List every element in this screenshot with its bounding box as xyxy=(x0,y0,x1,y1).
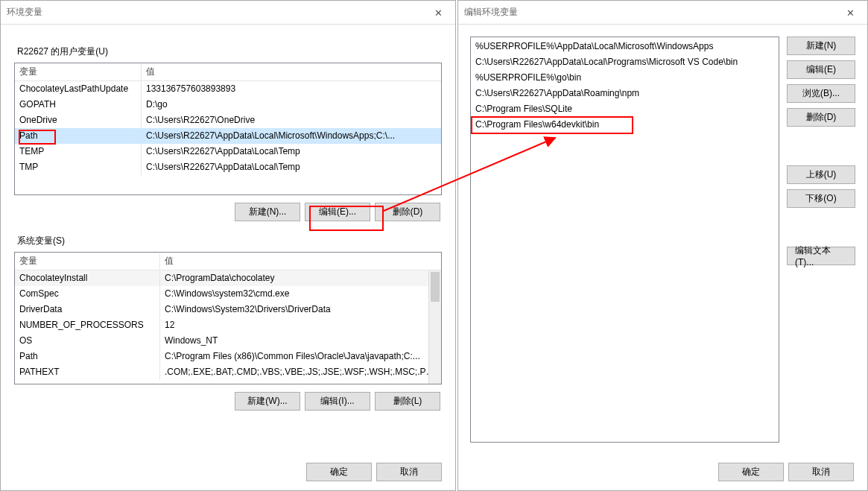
table-row[interactable]: DriverDataC:\Windows\System32\Drivers\Dr… xyxy=(15,302,441,317)
new-button[interactable]: 新建(N) xyxy=(787,37,855,55)
scrollbar[interactable] xyxy=(428,270,441,384)
col-header-value[interactable]: 值 xyxy=(160,253,441,269)
titlebar-right: 编辑环境变量 ✕ xyxy=(458,1,867,25)
cell-var: OneDrive xyxy=(15,113,142,128)
table-row[interactable]: OSWindows_NT xyxy=(15,333,441,349)
sys-edit-button[interactable]: 编辑(I)... xyxy=(305,392,370,411)
cell-val: C:\ProgramData\chocolatey xyxy=(160,270,441,286)
cell-var: Path xyxy=(15,128,142,144)
col-header-value[interactable]: 值 xyxy=(142,64,441,80)
sys-vars-label: 系统变量(S) xyxy=(17,235,442,247)
ok-button[interactable]: 确定 xyxy=(718,463,784,481)
cell-val: C:\Users\R22627\AppData\Local\Temp xyxy=(142,159,441,175)
cell-var: TEMP xyxy=(15,144,142,159)
col-header-variable[interactable]: 变量 xyxy=(15,253,160,269)
list-item[interactable]: C:\Users\R22627\AppData\Roaming\npm xyxy=(471,84,779,100)
table-row[interactable]: PathC:\Users\R22627\AppData\Local\Micros… xyxy=(15,128,441,144)
cell-var: GOPATH xyxy=(15,97,142,113)
list-item[interactable]: C:\Users\R22627\AppData\Local\Programs\M… xyxy=(471,53,779,69)
cell-val: C:\Users\R22627\AppData\Local\Temp xyxy=(142,144,441,159)
move-up-button[interactable]: 上移(U) xyxy=(787,165,855,184)
user-edit-button[interactable]: 编辑(E)... xyxy=(305,203,370,221)
path-list[interactable]: %USERPROFILE%\AppData\Local\Microsoft\Wi… xyxy=(470,37,779,443)
table-row[interactable]: ComSpecC:\Windows\system32\cmd.exe xyxy=(15,286,441,302)
list-item[interactable]: C:\Program Files\w64devkit\bin xyxy=(471,115,779,131)
cell-val: C:\Windows\System32\Drivers\DriverData xyxy=(160,302,441,317)
close-icon[interactable]: ✕ xyxy=(834,1,867,25)
move-down-button[interactable]: 下移(O) xyxy=(787,189,855,208)
table-row[interactable]: PATHEXT.COM;.EXE;.BAT;.CMD;.VBS;.VBE;.JS… xyxy=(15,364,441,380)
table-row[interactable]: GOPATHD:\go xyxy=(15,97,441,113)
table-row[interactable]: PathC:\Program Files (x86)\Common Files\… xyxy=(15,349,441,364)
table-row[interactable]: OneDriveC:\Users\R22627\OneDrive xyxy=(15,113,441,128)
cell-val: 12 xyxy=(160,317,441,333)
user-new-button[interactable]: 新建(N)... xyxy=(235,203,300,221)
cell-val: Windows_NT xyxy=(160,333,441,349)
close-icon[interactable]: ✕ xyxy=(422,1,455,25)
browse-button[interactable]: 浏览(B)... xyxy=(787,84,855,103)
cell-var: OS xyxy=(15,333,160,349)
cell-val: C:\Users\R22627\AppData\Local\Microsoft\… xyxy=(142,128,441,144)
sys-new-button[interactable]: 新建(W)... xyxy=(235,392,300,411)
cell-var: DriverData xyxy=(15,302,160,317)
cell-var: Path xyxy=(15,349,160,364)
list-item[interactable]: %USERPROFILE%\AppData\Local\Microsoft\Wi… xyxy=(471,37,779,53)
table-row[interactable]: ChocolateyLastPathUpdate1331367576038938… xyxy=(15,81,441,97)
edit-env-var-dialog: 编辑环境变量 ✕ %USERPROFILE%\AppData\Local\Mic… xyxy=(457,0,868,491)
cell-var: NUMBER_OF_PROCESSORS xyxy=(15,317,160,333)
user-vars-label: R22627 的用户变量(U) xyxy=(17,45,442,58)
user-vars-table[interactable]: 变量 值 ChocolateyLastPathUpdate13313675760… xyxy=(14,63,442,195)
delete-button[interactable]: 删除(D) xyxy=(787,108,855,127)
table-row[interactable]: TEMPC:\Users\R22627\AppData\Local\Temp xyxy=(15,144,441,159)
cancel-button[interactable]: 取消 xyxy=(376,463,442,481)
title-right: 编辑环境变量 xyxy=(464,6,518,19)
cell-val: C:\Program Files (x86)\Common Files\Orac… xyxy=(160,349,441,364)
list-item[interactable]: C:\Program Files\SQLite xyxy=(471,100,779,115)
edit-text-button[interactable]: 编辑文本(T)... xyxy=(787,247,855,265)
sys-delete-button[interactable]: 删除(L) xyxy=(375,392,440,411)
cell-var: ComSpec xyxy=(15,286,160,302)
edit-button[interactable]: 编辑(E) xyxy=(787,60,855,79)
table-row[interactable]: NUMBER_OF_PROCESSORS12 xyxy=(15,317,441,333)
cell-val: C:\Windows\system32\cmd.exe xyxy=(160,286,441,302)
cell-val: 133136757603893893 xyxy=(142,81,441,97)
user-delete-button[interactable]: 删除(D) xyxy=(375,203,440,221)
cell-val: D:\go xyxy=(142,97,441,113)
cell-val: .COM;.EXE;.BAT;.CMD;.VBS;.VBE;.JS;.JSE;.… xyxy=(160,364,441,380)
list-item[interactable]: %USERPROFILE%\go\bin xyxy=(471,69,779,84)
env-vars-dialog: 环境变量 ✕ R22627 的用户变量(U) 变量 值 ChocolateyLa… xyxy=(0,0,456,491)
title-left: 环境变量 xyxy=(7,6,42,19)
sys-vars-table[interactable]: 变量 值 ChocolateyInstallC:\ProgramData\cho… xyxy=(14,252,442,384)
ok-button[interactable]: 确定 xyxy=(306,463,372,481)
col-header-variable[interactable]: 变量 xyxy=(15,64,142,80)
cell-var: PATHEXT xyxy=(15,364,160,380)
cell-var: TMP xyxy=(15,159,142,175)
cell-val: C:\Users\R22627\OneDrive xyxy=(142,113,441,128)
cell-var: ChocolateyInstall xyxy=(15,270,160,286)
table-row[interactable]: TMPC:\Users\R22627\AppData\Local\Temp xyxy=(15,159,441,175)
table-row[interactable]: ChocolateyInstallC:\ProgramData\chocolat… xyxy=(15,270,441,286)
cell-var: ChocolateyLastPathUpdate xyxy=(15,81,142,97)
cancel-button[interactable]: 取消 xyxy=(788,463,854,481)
titlebar-left: 环境变量 ✕ xyxy=(1,1,455,25)
